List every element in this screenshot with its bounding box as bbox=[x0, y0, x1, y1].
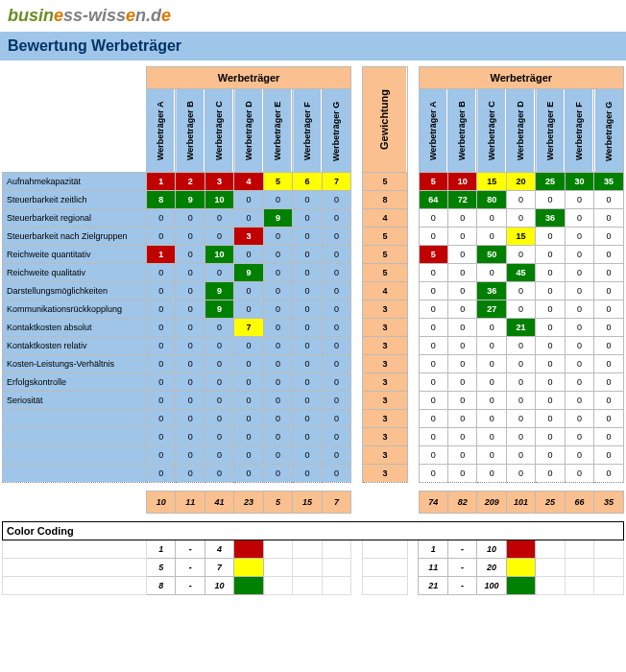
score-cell[interactable]: 10 bbox=[205, 191, 233, 209]
weight-cell[interactable]: 3 bbox=[362, 355, 407, 373]
score-cell[interactable]: 0 bbox=[234, 446, 263, 465]
score-cell[interactable]: 0 bbox=[322, 209, 351, 228]
score-cell[interactable]: 0 bbox=[322, 228, 351, 246]
score-cell[interactable]: 0 bbox=[263, 428, 292, 446]
score-cell[interactable]: 0 bbox=[234, 337, 263, 355]
score-cell[interactable]: 0 bbox=[146, 373, 175, 392]
score-cell[interactable]: 0 bbox=[263, 355, 292, 373]
score-cell[interactable]: 0 bbox=[263, 300, 292, 319]
score-cell[interactable]: 0 bbox=[293, 228, 322, 246]
weight-cell[interactable]: 3 bbox=[362, 465, 407, 483]
score-cell[interactable]: 0 bbox=[146, 282, 175, 300]
score-cell[interactable]: 0 bbox=[322, 373, 351, 392]
score-cell[interactable]: 0 bbox=[234, 465, 263, 483]
score-cell[interactable]: 0 bbox=[234, 300, 263, 319]
weight-cell[interactable]: 3 bbox=[362, 410, 407, 428]
score-cell[interactable]: 0 bbox=[293, 282, 322, 300]
score-cell[interactable]: 0 bbox=[146, 209, 175, 228]
score-cell[interactable]: 0 bbox=[146, 446, 175, 465]
score-cell[interactable]: 0 bbox=[205, 264, 233, 282]
score-cell[interactable]: 0 bbox=[293, 209, 322, 228]
score-cell[interactable]: 0 bbox=[205, 319, 233, 337]
score-cell[interactable]: 0 bbox=[234, 191, 263, 209]
score-cell[interactable]: 0 bbox=[146, 319, 175, 337]
score-cell[interactable]: 0 bbox=[293, 337, 322, 355]
score-cell[interactable]: 0 bbox=[205, 373, 233, 392]
score-cell[interactable]: 6 bbox=[293, 173, 322, 191]
score-cell[interactable]: 0 bbox=[146, 465, 175, 483]
score-cell[interactable]: 0 bbox=[234, 282, 263, 300]
score-cell[interactable]: 0 bbox=[205, 355, 233, 373]
score-cell[interactable]: 0 bbox=[234, 392, 263, 410]
score-cell[interactable]: 0 bbox=[176, 282, 205, 300]
score-cell[interactable]: 0 bbox=[146, 264, 175, 282]
weight-cell[interactable]: 4 bbox=[362, 282, 407, 300]
score-cell[interactable]: 0 bbox=[322, 319, 351, 337]
score-cell[interactable]: 0 bbox=[263, 191, 292, 209]
score-cell[interactable]: 0 bbox=[263, 446, 292, 465]
weight-cell[interactable]: 3 bbox=[362, 337, 407, 355]
score-cell[interactable]: 2 bbox=[176, 173, 205, 191]
score-cell[interactable]: 1 bbox=[146, 246, 175, 264]
score-cell[interactable]: 0 bbox=[293, 191, 322, 209]
score-cell[interactable]: 0 bbox=[293, 392, 322, 410]
score-cell[interactable]: 0 bbox=[176, 337, 205, 355]
score-cell[interactable]: 0 bbox=[293, 300, 322, 319]
weight-cell[interactable]: 3 bbox=[362, 392, 407, 410]
score-cell[interactable]: 0 bbox=[176, 319, 205, 337]
score-cell[interactable]: 0 bbox=[293, 465, 322, 483]
score-cell[interactable]: 0 bbox=[293, 446, 322, 465]
score-cell[interactable]: 0 bbox=[322, 246, 351, 264]
weight-cell[interactable]: 8 bbox=[362, 191, 407, 209]
score-cell[interactable]: 0 bbox=[322, 300, 351, 319]
score-cell[interactable]: 0 bbox=[322, 337, 351, 355]
score-cell[interactable]: 0 bbox=[322, 392, 351, 410]
score-cell[interactable]: 0 bbox=[176, 300, 205, 319]
score-cell[interactable]: 0 bbox=[293, 373, 322, 392]
weight-cell[interactable]: 5 bbox=[362, 264, 407, 282]
score-cell[interactable]: 0 bbox=[263, 410, 292, 428]
score-cell[interactable]: 0 bbox=[263, 337, 292, 355]
score-cell[interactable]: 0 bbox=[293, 410, 322, 428]
score-cell[interactable]: 0 bbox=[176, 264, 205, 282]
weight-cell[interactable]: 3 bbox=[362, 446, 407, 465]
score-cell[interactable]: 1 bbox=[146, 173, 175, 191]
score-cell[interactable]: 0 bbox=[146, 392, 175, 410]
weight-cell[interactable]: 3 bbox=[362, 319, 407, 337]
score-cell[interactable]: 0 bbox=[322, 465, 351, 483]
score-cell[interactable]: 0 bbox=[322, 410, 351, 428]
score-cell[interactable]: 0 bbox=[146, 355, 175, 373]
score-cell[interactable]: 0 bbox=[322, 191, 351, 209]
score-cell[interactable]: 0 bbox=[205, 410, 233, 428]
score-cell[interactable]: 0 bbox=[234, 428, 263, 446]
weight-cell[interactable]: 5 bbox=[362, 173, 407, 191]
score-cell[interactable]: 7 bbox=[234, 319, 263, 337]
score-cell[interactable]: 0 bbox=[205, 392, 233, 410]
weight-cell[interactable]: 3 bbox=[362, 373, 407, 392]
score-cell[interactable]: 0 bbox=[263, 228, 292, 246]
score-cell[interactable]: 0 bbox=[263, 465, 292, 483]
score-cell[interactable]: 0 bbox=[176, 428, 205, 446]
weight-cell[interactable]: 3 bbox=[362, 428, 407, 446]
score-cell[interactable]: 9 bbox=[205, 282, 233, 300]
score-cell[interactable]: 4 bbox=[234, 173, 263, 191]
score-cell[interactable]: 0 bbox=[263, 246, 292, 264]
score-cell[interactable]: 0 bbox=[234, 355, 263, 373]
score-cell[interactable]: 5 bbox=[263, 173, 292, 191]
score-cell[interactable]: 0 bbox=[176, 209, 205, 228]
score-cell[interactable]: 0 bbox=[176, 410, 205, 428]
score-cell[interactable]: 0 bbox=[205, 337, 233, 355]
score-cell[interactable]: 0 bbox=[176, 465, 205, 483]
score-cell[interactable]: 9 bbox=[176, 191, 205, 209]
score-cell[interactable]: 0 bbox=[234, 246, 263, 264]
score-cell[interactable]: 0 bbox=[322, 428, 351, 446]
score-cell[interactable]: 7 bbox=[322, 173, 351, 191]
score-cell[interactable]: 0 bbox=[176, 446, 205, 465]
score-cell[interactable]: 0 bbox=[234, 209, 263, 228]
score-cell[interactable]: 0 bbox=[205, 209, 233, 228]
score-cell[interactable]: 0 bbox=[293, 319, 322, 337]
score-cell[interactable]: 0 bbox=[234, 410, 263, 428]
weight-cell[interactable]: 4 bbox=[362, 209, 407, 228]
score-cell[interactable]: 0 bbox=[263, 373, 292, 392]
score-cell[interactable]: 9 bbox=[263, 209, 292, 228]
